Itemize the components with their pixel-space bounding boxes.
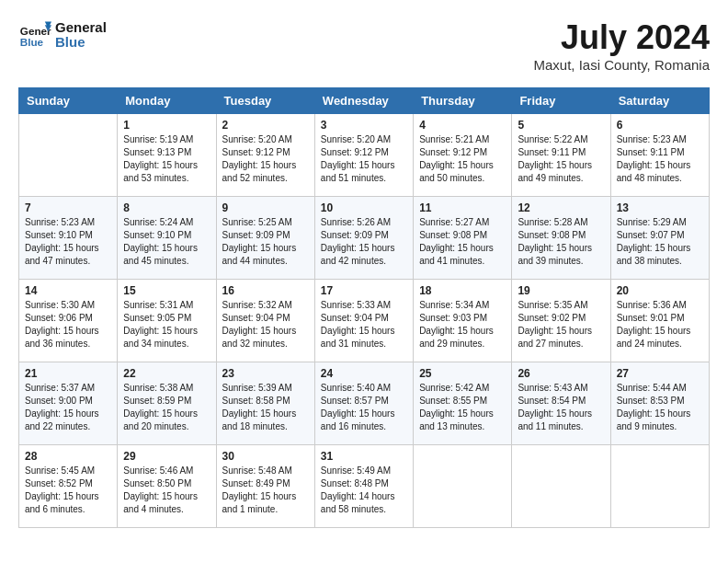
day-info: Sunrise: 5:35 AM Sunset: 9:02 PM Dayligh… (518, 299, 604, 350)
calendar-cell: 12Sunrise: 5:28 AM Sunset: 9:08 PM Dayli… (512, 197, 610, 280)
logo-general: General (55, 20, 107, 36)
location-subtitle: Maxut, Iasi County, Romania (534, 57, 710, 73)
day-number: 10 (321, 201, 407, 214)
day-info: Sunrise: 5:21 AM Sunset: 9:12 PM Dayligh… (419, 133, 506, 185)
day-info: Sunrise: 5:49 AM Sunset: 8:48 PM Dayligh… (321, 465, 407, 516)
day-number: 26 (518, 367, 604, 380)
calendar-cell: 24Sunrise: 5:40 AM Sunset: 8:57 PM Dayli… (314, 362, 413, 445)
calendar-cell: 3Sunrise: 5:20 AM Sunset: 9:12 PM Daylig… (314, 114, 413, 197)
day-number: 11 (419, 201, 506, 214)
day-info: Sunrise: 5:19 AM Sunset: 9:13 PM Dayligh… (123, 133, 210, 185)
weekday-header-row: SundayMondayTuesdayWednesdayThursdayFrid… (19, 88, 710, 114)
day-number: 16 (222, 284, 309, 297)
day-number: 12 (518, 201, 604, 214)
month-title: July 2024 (534, 18, 710, 57)
weekday-sunday: Sunday (19, 88, 118, 114)
day-number: 24 (321, 367, 407, 380)
day-number: 1 (123, 119, 210, 132)
day-number: 18 (419, 284, 506, 297)
logo-blue: Blue (55, 35, 107, 51)
day-info: Sunrise: 5:45 AM Sunset: 8:52 PM Dayligh… (25, 465, 111, 516)
day-info: Sunrise: 5:38 AM Sunset: 8:59 PM Dayligh… (123, 382, 210, 433)
calendar-cell (414, 445, 512, 528)
title-area: July 2024 Maxut, Iasi County, Romania (534, 18, 710, 73)
day-number: 7 (25, 201, 111, 214)
day-info: Sunrise: 5:39 AM Sunset: 8:58 PM Dayligh… (222, 382, 309, 433)
day-number: 31 (321, 450, 407, 463)
day-info: Sunrise: 5:27 AM Sunset: 9:08 PM Dayligh… (419, 216, 506, 268)
day-number: 17 (321, 284, 407, 297)
calendar-cell (512, 445, 610, 528)
day-info: Sunrise: 5:34 AM Sunset: 9:03 PM Dayligh… (419, 299, 506, 350)
day-number: 9 (222, 201, 309, 214)
day-info: Sunrise: 5:33 AM Sunset: 9:04 PM Dayligh… (321, 299, 407, 350)
calendar-cell (19, 114, 118, 197)
day-number: 21 (25, 367, 111, 380)
calendar-cell: 21Sunrise: 5:37 AM Sunset: 9:00 PM Dayli… (19, 362, 118, 445)
day-info: Sunrise: 5:37 AM Sunset: 9:00 PM Dayligh… (25, 382, 111, 433)
day-number: 25 (419, 367, 506, 380)
calendar-cell: 17Sunrise: 5:33 AM Sunset: 9:04 PM Dayli… (314, 280, 413, 362)
week-row-2: 7Sunrise: 5:23 AM Sunset: 9:10 PM Daylig… (19, 197, 710, 280)
weekday-thursday: Thursday (414, 88, 512, 114)
day-info: Sunrise: 5:44 AM Sunset: 8:53 PM Dayligh… (617, 382, 703, 433)
calendar-cell: 7Sunrise: 5:23 AM Sunset: 9:10 PM Daylig… (19, 197, 118, 280)
day-info: Sunrise: 5:48 AM Sunset: 8:49 PM Dayligh… (222, 465, 309, 516)
day-number: 4 (419, 119, 506, 132)
weekday-saturday: Saturday (610, 88, 709, 114)
logo-icon: General Blue (18, 18, 51, 52)
svg-text:Blue: Blue (20, 36, 44, 48)
day-number: 2 (222, 119, 309, 132)
calendar-cell: 31Sunrise: 5:49 AM Sunset: 8:48 PM Dayli… (314, 445, 413, 528)
calendar-cell: 5Sunrise: 5:22 AM Sunset: 9:11 PM Daylig… (512, 114, 610, 197)
week-row-5: 28Sunrise: 5:45 AM Sunset: 8:52 PM Dayli… (19, 445, 710, 528)
calendar-cell: 9Sunrise: 5:25 AM Sunset: 9:09 PM Daylig… (216, 197, 314, 280)
calendar-cell: 4Sunrise: 5:21 AM Sunset: 9:12 PM Daylig… (414, 114, 512, 197)
day-info: Sunrise: 5:23 AM Sunset: 9:11 PM Dayligh… (617, 133, 703, 185)
weekday-tuesday: Tuesday (216, 88, 314, 114)
day-number: 3 (321, 119, 407, 132)
week-row-3: 14Sunrise: 5:30 AM Sunset: 9:06 PM Dayli… (19, 280, 710, 362)
calendar-cell: 15Sunrise: 5:31 AM Sunset: 9:05 PM Dayli… (118, 280, 216, 362)
day-info: Sunrise: 5:40 AM Sunset: 8:57 PM Dayligh… (321, 382, 407, 433)
calendar-cell: 27Sunrise: 5:44 AM Sunset: 8:53 PM Dayli… (610, 362, 709, 445)
calendar-cell: 18Sunrise: 5:34 AM Sunset: 9:03 PM Dayli… (414, 280, 512, 362)
calendar-cell: 13Sunrise: 5:29 AM Sunset: 9:07 PM Dayli… (610, 197, 709, 280)
day-info: Sunrise: 5:25 AM Sunset: 9:09 PM Dayligh… (222, 216, 309, 268)
calendar-cell: 14Sunrise: 5:30 AM Sunset: 9:06 PM Dayli… (19, 280, 118, 362)
day-number: 27 (617, 367, 703, 380)
calendar-cell: 6Sunrise: 5:23 AM Sunset: 9:11 PM Daylig… (610, 114, 709, 197)
day-number: 20 (617, 284, 703, 297)
calendar-cell: 23Sunrise: 5:39 AM Sunset: 8:58 PM Dayli… (216, 362, 314, 445)
day-number: 23 (222, 367, 309, 380)
calendar-cell: 25Sunrise: 5:42 AM Sunset: 8:55 PM Dayli… (414, 362, 512, 445)
calendar-cell: 30Sunrise: 5:48 AM Sunset: 8:49 PM Dayli… (216, 445, 314, 528)
day-info: Sunrise: 5:20 AM Sunset: 9:12 PM Dayligh… (222, 133, 309, 185)
day-info: Sunrise: 5:30 AM Sunset: 9:06 PM Dayligh… (25, 299, 111, 350)
calendar-cell: 26Sunrise: 5:43 AM Sunset: 8:54 PM Dayli… (512, 362, 610, 445)
logo: General Blue General Blue (18, 18, 107, 52)
week-row-4: 21Sunrise: 5:37 AM Sunset: 9:00 PM Dayli… (19, 362, 710, 445)
calendar-cell: 19Sunrise: 5:35 AM Sunset: 9:02 PM Dayli… (512, 280, 610, 362)
day-info: Sunrise: 5:23 AM Sunset: 9:10 PM Dayligh… (25, 216, 111, 268)
weekday-wednesday: Wednesday (314, 88, 413, 114)
day-number: 14 (25, 284, 111, 297)
calendar-cell: 22Sunrise: 5:38 AM Sunset: 8:59 PM Dayli… (118, 362, 216, 445)
calendar-cell: 10Sunrise: 5:26 AM Sunset: 9:09 PM Dayli… (314, 197, 413, 280)
day-number: 13 (617, 201, 703, 214)
day-info: Sunrise: 5:42 AM Sunset: 8:55 PM Dayligh… (419, 382, 506, 433)
calendar-cell: 29Sunrise: 5:46 AM Sunset: 8:50 PM Dayli… (118, 445, 216, 528)
day-number: 15 (123, 284, 210, 297)
day-info: Sunrise: 5:24 AM Sunset: 9:10 PM Dayligh… (123, 216, 210, 268)
day-number: 29 (123, 450, 210, 463)
day-number: 19 (518, 284, 604, 297)
day-info: Sunrise: 5:29 AM Sunset: 9:07 PM Dayligh… (617, 216, 703, 268)
day-info: Sunrise: 5:22 AM Sunset: 9:11 PM Dayligh… (518, 133, 604, 185)
day-number: 22 (123, 367, 210, 380)
day-number: 30 (222, 450, 309, 463)
day-number: 5 (518, 119, 604, 132)
calendar-cell: 20Sunrise: 5:36 AM Sunset: 9:01 PM Dayli… (610, 280, 709, 362)
day-info: Sunrise: 5:31 AM Sunset: 9:05 PM Dayligh… (123, 299, 210, 350)
day-number: 8 (123, 201, 210, 214)
day-info: Sunrise: 5:26 AM Sunset: 9:09 PM Dayligh… (321, 216, 407, 268)
